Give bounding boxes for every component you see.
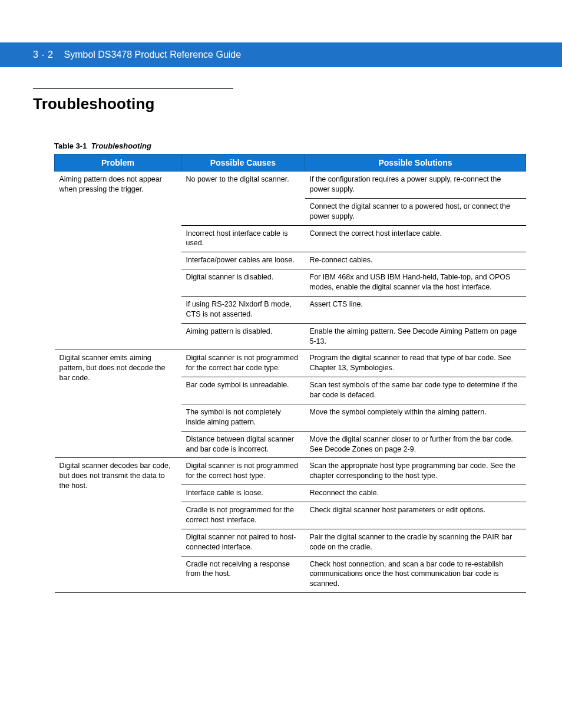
page-content: Troubleshooting Table 3-1 Troubleshootin… xyxy=(0,67,562,593)
guide-title: Symbol DS3478 Product Reference Guide xyxy=(64,50,242,60)
page-header-band: 3 - 2 Symbol DS3478 Product Reference Gu… xyxy=(0,42,562,67)
solution-cell: Connect the digital scanner to a powered… xyxy=(305,198,526,225)
solution-cell: Move the symbol completely within the ai… xyxy=(305,404,526,431)
cause-cell: Aiming pattern is disabled. xyxy=(181,323,305,350)
section-title: Troubleshooting xyxy=(33,95,529,113)
solution-cell: Move the digital scanner closer to or fu… xyxy=(305,431,526,458)
table-caption: Table 3-1 Troubleshooting xyxy=(54,141,529,150)
solution-cell: Reconnect the cable. xyxy=(305,485,526,502)
col-header-problem: Problem xyxy=(55,154,181,172)
solution-cell: Assert CTS line. xyxy=(305,296,526,323)
col-header-causes: Possible Causes xyxy=(181,154,305,172)
table-header-row: Problem Possible Causes Possible Solutio… xyxy=(55,154,526,172)
page-number: 3 - 2 xyxy=(33,50,54,60)
section-rule xyxy=(33,88,233,89)
solution-cell: Connect the correct host interface cable… xyxy=(305,225,526,252)
cause-cell: Distance between digital scanner and bar… xyxy=(181,431,305,458)
solution-cell: Scan test symbols of the same bar code t… xyxy=(305,377,526,404)
cause-cell: If using RS-232 Nixdorf B mode, CTS is n… xyxy=(181,296,305,323)
problem-cell: Digital scanner decodes bar code, but do… xyxy=(55,458,181,593)
cause-cell: Digital scanner not paired to host-conne… xyxy=(181,529,305,556)
solution-cell: Scan the appropriate host type programmi… xyxy=(305,458,526,485)
table-row: Aiming pattern does not appear when pres… xyxy=(55,172,526,199)
cause-cell: Interface/power cables are loose. xyxy=(181,252,305,269)
solution-cell: Check digital scanner host parameters or… xyxy=(305,502,526,529)
solution-cell: If the configuration requires a power su… xyxy=(305,172,526,199)
cause-cell: Digital scanner is not programmed for th… xyxy=(181,458,305,485)
solution-cell: Check host connection, and scan a bar co… xyxy=(305,556,526,593)
solution-cell: For IBM 468x and USB IBM Hand-held, Tabl… xyxy=(305,269,526,297)
cause-cell: Bar code symbol is unreadable. xyxy=(181,377,305,404)
table-row: Digital scanner decodes bar code, but do… xyxy=(55,458,526,485)
troubleshooting-table-wrap: Table 3-1 Troubleshooting Problem Possib… xyxy=(54,141,529,593)
solution-cell: Program the digital scanner to read that… xyxy=(305,350,526,377)
solution-cell: Re-connect cables. xyxy=(305,252,526,269)
table-caption-title: Troubleshooting xyxy=(91,141,151,150)
cause-cell: Incorrect host interface cable is used. xyxy=(181,225,305,252)
troubleshooting-table: Problem Possible Causes Possible Solutio… xyxy=(54,154,526,593)
cause-cell: Interface cable is loose. xyxy=(181,485,305,502)
cause-cell: Cradle is not programmed for the correct… xyxy=(181,502,305,529)
cause-cell: Digital scanner is not programmed for th… xyxy=(181,350,305,377)
cause-cell: The symbol is not completely inside aimi… xyxy=(181,404,305,431)
cause-cell: No power to the digital scanner. xyxy=(181,172,305,226)
table-row: Digital scanner emits aiming pattern, bu… xyxy=(55,350,526,377)
solution-cell: Pair the digital scanner to the cradle b… xyxy=(305,529,526,556)
table-caption-prefix: Table 3-1 xyxy=(54,141,87,150)
cause-cell: Digital scanner is disabled. xyxy=(181,269,305,297)
problem-cell: Digital scanner emits aiming pattern, bu… xyxy=(55,350,181,458)
col-header-solutions: Possible Solutions xyxy=(305,154,526,172)
solution-cell: Enable the aiming pattern. See Decode Ai… xyxy=(305,323,526,350)
problem-cell: Aiming pattern does not appear when pres… xyxy=(55,172,181,350)
cause-cell: Cradle not receiving a response from the… xyxy=(181,556,305,593)
